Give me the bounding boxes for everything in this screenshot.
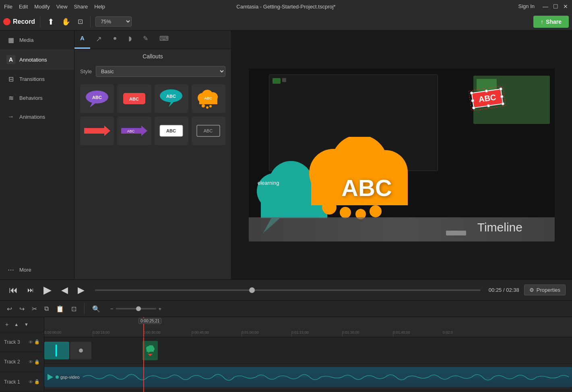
tab-arrow[interactable]: ↗ [90, 31, 107, 49]
tab-shape[interactable]: ● [107, 31, 123, 49]
play-button[interactable]: ▶ [41, 283, 54, 297]
window-controls: Sign In — ☐ ✕ [518, 3, 568, 10]
record-indicator [3, 18, 10, 25]
callout-speech-teal[interactable]: ABC [155, 84, 188, 113]
callout-speech-purple[interactable]: ABC [80, 84, 114, 113]
playback-scrubber[interactable] [95, 289, 481, 291]
add-track-button[interactable]: + [3, 320, 10, 329]
callout-rect-red[interactable]: ABC [117, 84, 151, 113]
svg-text:ABC: ABC [127, 129, 135, 133]
copy-button[interactable]: ⧉ [42, 304, 51, 314]
track-1-visibility[interactable]: 👁 [29, 379, 33, 384]
track-2-lock[interactable]: 🔒 [34, 359, 40, 365]
track-nav-down[interactable]: ▼ [22, 321, 31, 328]
crop-tool[interactable]: ⊡ [75, 16, 85, 27]
track-nav-up[interactable]: ▲ [12, 321, 21, 328]
ruler-mark-5: 0:01:15;00 [291, 330, 309, 334]
select-tool[interactable]: ⬆ [45, 15, 57, 28]
svg-point-12 [202, 104, 205, 107]
share-button[interactable]: ↑ Share [533, 16, 569, 28]
tab-fill[interactable]: ◗ [123, 31, 137, 49]
timeline-section: ⏮ ⏭ ▶ ◀ ▶ 00:25 / 02:38 ⚙ Properties ↩ ↪… [0, 279, 572, 392]
preview-canvas: elearning ABC ABC [249, 68, 555, 241]
sidebar-item-annotations[interactable]: A Annotations [0, 50, 74, 70]
ruler-mark-4: 0:01:00;00 [242, 330, 259, 334]
callout-rect-outline[interactable]: ABC [192, 116, 225, 145]
svg-point-33 [340, 207, 351, 218]
menu-file[interactable]: File [4, 4, 12, 10]
titlebar: File Edit Modify View Share Help Camtasi… [0, 0, 572, 13]
svg-marker-6 [169, 101, 174, 107]
svg-marker-16 [84, 126, 110, 136]
track-3-visibility[interactable]: 👁 [29, 339, 33, 345]
callout-arrow-purple[interactable]: ABC [117, 116, 151, 145]
timeline-tracks: gsp-video firefly [44, 337, 572, 392]
tab-annotations[interactable]: A [74, 31, 90, 49]
gear-icon: ⚙ [529, 287, 534, 293]
step-forward-button[interactable]: ⏭ [25, 286, 36, 295]
undo-button[interactable]: ↩ [5, 304, 14, 314]
sidebar-item-transitions[interactable]: ⊟ Transitions [0, 70, 74, 89]
panel-title: Callouts [74, 49, 231, 64]
menu-modify[interactable]: Modify [34, 4, 50, 10]
tracks-area: + ▲ ▼ Track 3 👁 🔒 Track 2 👁 🔒 Track 1 [0, 317, 572, 392]
menu-view[interactable]: View [56, 4, 68, 10]
track-labels: + ▲ ▼ Track 3 👁 🔒 Track 2 👁 🔒 Track 1 [0, 317, 44, 392]
track-1-lock[interactable]: 🔒 [34, 379, 40, 384]
zoom-tool-button[interactable]: 🔍 [90, 304, 102, 314]
next-frame-button[interactable]: ▶ [75, 284, 87, 296]
preview-area: elearning ABC ABC [231, 31, 572, 279]
track-3-clip-2[interactable] [70, 342, 91, 359]
sidebar-label-transitions: Transitions [19, 76, 45, 82]
tab-keyboard[interactable]: ⌨ [154, 31, 174, 49]
zoom-select[interactable]: 75% 50% 100% 125% [95, 17, 132, 27]
track-3-clip-1[interactable] [44, 342, 69, 359]
style-select[interactable]: Basic Sketch Neon Soft [96, 66, 225, 77]
signin-button[interactable]: Sign In [518, 3, 535, 10]
tab-pen[interactable]: ✎ [137, 31, 154, 49]
sidebar-item-behaviors[interactable]: ≋ Behaviors [0, 89, 74, 107]
track-label-3: Track 3 👁 🔒 [0, 332, 44, 352]
svg-text:ABC: ABC [204, 128, 213, 133]
maximize-button[interactable]: ☐ [553, 3, 558, 10]
track-2-visibility[interactable]: 👁 [29, 359, 33, 365]
zoom-minus[interactable]: − [110, 306, 114, 312]
menu-edit[interactable]: Edit [19, 4, 28, 10]
split-button[interactable]: ⊡ [69, 304, 78, 314]
pan-tool[interactable]: ✋ [59, 16, 73, 28]
menu-help[interactable]: Help [94, 4, 105, 10]
close-button[interactable]: ✕ [563, 3, 568, 10]
callout-rect-white[interactable]: ABC [155, 116, 188, 145]
svg-text:ABC: ABC [204, 96, 213, 100]
time-current: 00:25 / 02:38 [489, 287, 519, 293]
sidebar-item-animations[interactable]: → Animations [0, 107, 74, 126]
zoom-plus[interactable]: + [159, 306, 162, 312]
window-title: Camtasia - Getting-Started-Project.tscpr… [236, 4, 335, 10]
minimize-button[interactable]: — [543, 3, 548, 10]
cut-button[interactable]: ✂ [30, 304, 39, 314]
callout-cloud-yellow[interactable]: ABC [192, 84, 225, 113]
prev-frame-button[interactable]: ◀ [59, 284, 70, 296]
properties-button[interactable]: ⚙ Properties [524, 285, 566, 295]
track-3-clip-3[interactable] [142, 341, 158, 360]
timeline-ruler[interactable]: 0:00:25;21 0:00:00;00 0:00:15;00 0:00:30… [44, 317, 572, 337]
track-2-video-clip[interactable]: gsp-video [44, 367, 572, 387]
sidebar-item-more[interactable]: ⋯ More [0, 260, 74, 279]
step-back-button[interactable]: ⏮ [6, 284, 20, 296]
timeline-zoom-slider[interactable] [116, 308, 156, 309]
playhead [143, 337, 144, 392]
svg-point-13 [206, 106, 209, 109]
style-label: Style [80, 68, 92, 74]
callout-arrow-red[interactable] [80, 116, 114, 145]
redo-button[interactable]: ↪ [17, 304, 27, 314]
track-row-2: gsp-video [44, 364, 572, 390]
ruler-mark-3: 0:00:45;00 [192, 330, 209, 334]
menu-share[interactable]: Share [74, 4, 88, 10]
zoom-slider-thumb [136, 306, 141, 311]
sidebar-item-media[interactable]: ▦ Media [0, 31, 74, 50]
record-button[interactable]: Record [3, 18, 35, 25]
more-icon: ⋯ [6, 266, 15, 274]
timeline-toolbar: ↩ ↪ ✂ ⧉ 📋 ⊡ 🔍 − + [0, 301, 572, 317]
paste-button[interactable]: 📋 [54, 304, 66, 314]
track-3-lock[interactable]: 🔒 [34, 339, 40, 345]
